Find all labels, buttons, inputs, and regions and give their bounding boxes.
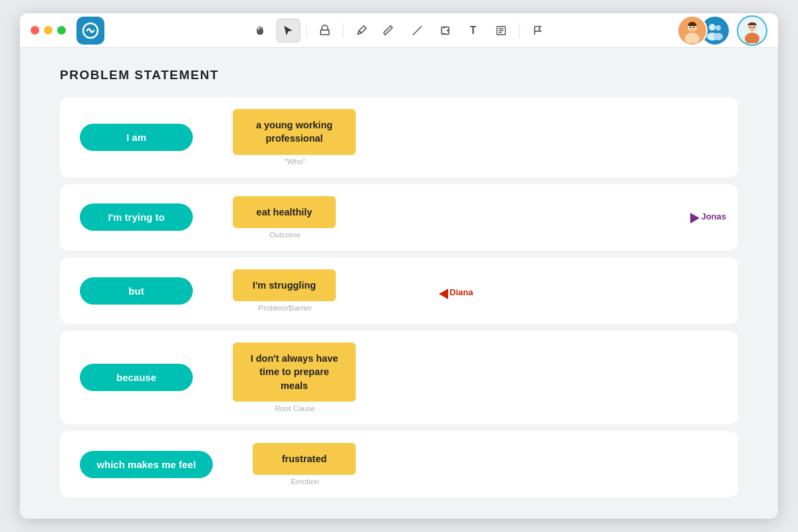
svg-rect-1	[321, 30, 329, 35]
svg-point-18	[714, 33, 723, 40]
window-controls	[31, 26, 66, 35]
sublabel-i-am: "Who"	[233, 158, 356, 166]
cursor-diana: Diana	[439, 287, 473, 299]
cursor-tool[interactable]	[277, 19, 301, 43]
toolbar: T	[249, 19, 550, 43]
eraser-tool[interactable]	[313, 19, 337, 43]
close-dot	[31, 26, 39, 35]
page-title: PROBLEM STATEMENT	[60, 68, 738, 82]
titlebar: T	[20, 13, 778, 48]
label-feel: which makes me feel	[80, 451, 213, 478]
svg-point-17	[716, 25, 721, 31]
main-content: PROBLEM STATEMENT I am a young working p…	[20, 48, 778, 519]
row-trying: I'm trying to eat healthily Outcome Jona…	[60, 184, 738, 251]
app-logo	[76, 17, 104, 45]
text-tool[interactable]: T	[462, 19, 485, 43]
value-wrap-because: I don't always have time to prepare meal…	[233, 342, 356, 412]
svg-line-2	[413, 26, 422, 35]
maximize-dot	[57, 26, 66, 35]
value-wrap-but: I'm struggling Problem/Barrier	[233, 269, 336, 312]
value-trying: eat healthily	[233, 196, 336, 228]
row-i-am: I am a young working professional "Who"	[60, 97, 738, 178]
cursor-jonas: Jonas	[690, 211, 726, 223]
collaborators	[677, 15, 767, 46]
cursor-jonas-label: Jonas	[701, 211, 726, 221]
svg-point-15	[709, 24, 716, 31]
row-because: because I don't always have time to prep…	[60, 331, 738, 424]
value-wrap-i-am: a young working professional "Who"	[233, 109, 356, 166]
separator-2	[343, 23, 344, 38]
row-feel: which makes me feel frustrated Emotion	[60, 431, 738, 497]
label-because: because	[80, 364, 193, 391]
row-but: but I'm struggling Problem/Barrier Diana	[60, 257, 738, 324]
sublabel-but: Problem/Barrier	[233, 304, 336, 312]
value-feel: frustrated	[253, 443, 356, 475]
sublabel-feel: Emotion	[253, 477, 356, 485]
hand-tool[interactable]	[249, 19, 273, 43]
label-but: but	[80, 277, 193, 305]
cursor-jonas-icon	[690, 213, 700, 223]
crop-tool[interactable]	[434, 19, 458, 43]
avatar-user3	[737, 15, 767, 46]
marker-tool[interactable]	[378, 19, 402, 43]
value-wrap-feel: frustrated Emotion	[253, 443, 356, 485]
sublabel-trying: Outcome	[233, 231, 336, 239]
avatar-group	[677, 15, 730, 46]
minimize-dot	[44, 26, 53, 35]
pen-tool[interactable]	[350, 19, 374, 43]
label-trying: I'm trying to	[80, 203, 193, 231]
cursor-diana-label: Diana	[450, 287, 473, 297]
value-but: I'm struggling	[233, 269, 336, 301]
avatar-user1	[677, 15, 708, 46]
sublabel-because: Root Cause	[233, 404, 356, 412]
sticky-tool[interactable]	[489, 19, 513, 43]
flag-tool[interactable]	[526, 19, 550, 43]
svg-point-24	[753, 26, 754, 27]
cursor-diana-icon	[439, 289, 448, 299]
svg-point-13	[693, 26, 694, 27]
svg-point-23	[749, 26, 751, 27]
value-because: I don't always have time to prepare meal…	[233, 342, 356, 402]
line-tool[interactable]	[406, 19, 430, 43]
value-wrap-trying: eat healthily Outcome	[233, 196, 336, 239]
label-i-am: I am	[80, 124, 193, 151]
app-window: T	[20, 13, 778, 519]
svg-point-12	[690, 26, 691, 27]
separator-3	[519, 23, 520, 38]
value-i-am: a young working professional	[233, 109, 356, 155]
separator-1	[307, 23, 307, 38]
